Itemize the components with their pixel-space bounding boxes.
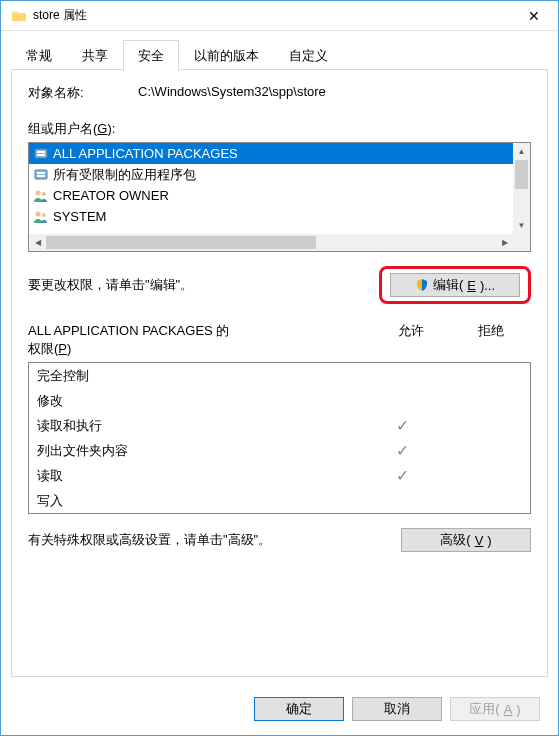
edit-hint-text: 要更改权限，请单击"编辑"。 — [28, 276, 379, 294]
permission-name: 读取和执行 — [37, 417, 362, 435]
properties-dialog: store 属性 ✕ 常规 共享 安全 以前的版本 自定义 对象名称: C:\W… — [0, 0, 559, 736]
list-item[interactable]: ALL APPLICATION PACKAGES — [29, 143, 530, 164]
list-item-label: ALL APPLICATION PACKAGES — [53, 146, 238, 161]
groups-listbox[interactable]: ALL APPLICATION PACKAGES所有受限制的应用程序包CREAT… — [28, 142, 531, 252]
package-icon — [33, 167, 49, 183]
svg-rect-5 — [37, 175, 45, 177]
ok-button[interactable]: 确定 — [254, 697, 344, 721]
list-item-label: CREATOR OWNER — [53, 188, 169, 203]
permissions-title-line2: 权限(P) — [28, 340, 371, 358]
svg-rect-4 — [37, 172, 45, 174]
col-deny: 拒绝 — [451, 322, 531, 358]
permission-name: 读取 — [37, 467, 362, 485]
tab-strip: 常规 共享 安全 以前的版本 自定义 — [1, 31, 558, 70]
vertical-scrollbar[interactable]: ▲ ▼ — [513, 143, 530, 234]
permission-name: 完全控制 — [37, 367, 362, 385]
permission-row: 完全控制 — [29, 363, 530, 388]
horizontal-scrollbar[interactable]: ◀ ▶ — [29, 234, 513, 251]
list-item[interactable]: CREATOR OWNER — [29, 185, 530, 206]
permission-row: 读取和执行✓ — [29, 413, 530, 438]
users-icon — [33, 188, 49, 204]
advanced-hint-text: 有关特殊权限或高级设置，请单击"高级"。 — [28, 531, 401, 549]
svg-rect-1 — [37, 151, 45, 153]
list-item[interactable]: 所有受限制的应用程序包 — [29, 164, 530, 185]
dialog-buttons: 确定 取消 应用(A) — [1, 687, 558, 735]
permission-name: 列出文件夹内容 — [37, 442, 362, 460]
col-allow: 允许 — [371, 322, 451, 358]
permissions-list: 完全控制修改读取和执行✓列出文件夹内容✓读取✓写入 — [28, 362, 531, 514]
list-item-label: 所有受限制的应用程序包 — [53, 166, 196, 184]
permission-row: 列出文件夹内容✓ — [29, 438, 530, 463]
tab-custom[interactable]: 自定义 — [274, 40, 343, 71]
svg-point-8 — [36, 211, 41, 216]
permissions-title-line1: ALL APPLICATION PACKAGES 的 — [28, 322, 371, 340]
permissions-header: ALL APPLICATION PACKAGES 的 权限(P) 允许 拒绝 — [28, 322, 531, 358]
users-icon — [33, 209, 49, 225]
tab-general[interactable]: 常规 — [11, 40, 67, 71]
allow-check-icon: ✓ — [362, 466, 442, 485]
svg-point-9 — [42, 213, 46, 217]
edit-button-highlight: 编辑(E)... — [379, 266, 531, 304]
svg-point-6 — [36, 190, 41, 195]
list-item[interactable]: SYSTEM — [29, 206, 530, 227]
tab-previous-versions[interactable]: 以前的版本 — [179, 40, 274, 71]
allow-check-icon: ✓ — [362, 441, 442, 460]
svg-rect-2 — [37, 154, 45, 156]
svg-rect-0 — [35, 149, 47, 158]
permission-row: 修改 — [29, 388, 530, 413]
edit-button[interactable]: 编辑(E)... — [390, 273, 520, 297]
shield-icon — [415, 278, 429, 292]
window-title: store 属性 — [33, 7, 514, 24]
tab-share[interactable]: 共享 — [67, 40, 123, 71]
titlebar: store 属性 ✕ — [1, 1, 558, 31]
scroll-right-icon[interactable]: ▶ — [496, 234, 513, 251]
scroll-down-icon[interactable]: ▼ — [513, 217, 530, 234]
permission-row: 读取✓ — [29, 463, 530, 488]
object-name-label: 对象名称: — [28, 84, 138, 102]
package-icon — [33, 146, 49, 162]
object-name-value: C:\Windows\System32\spp\store — [138, 84, 531, 102]
permission-name: 写入 — [37, 492, 362, 510]
svg-point-7 — [42, 192, 46, 196]
groups-label: 组或用户名(G): — [28, 120, 531, 138]
folder-icon — [11, 8, 27, 24]
edit-permissions-row: 要更改权限，请单击"编辑"。 编辑(E)... — [28, 266, 531, 304]
scroll-left-icon[interactable]: ◀ — [29, 234, 46, 251]
object-name-row: 对象名称: C:\Windows\System32\spp\store — [28, 84, 531, 102]
cancel-button[interactable]: 取消 — [352, 697, 442, 721]
tab-security[interactable]: 安全 — [123, 40, 179, 71]
advanced-button[interactable]: 高级(V) — [401, 528, 531, 552]
permission-name: 修改 — [37, 392, 362, 410]
permission-row: 写入 — [29, 488, 530, 513]
svg-rect-3 — [35, 170, 47, 179]
scroll-up-icon[interactable]: ▲ — [513, 143, 530, 160]
security-panel: 对象名称: C:\Windows\System32\spp\store 组或用户… — [11, 70, 548, 677]
advanced-row: 有关特殊权限或高级设置，请单击"高级"。 高级(V) — [28, 528, 531, 552]
close-button[interactable]: ✕ — [514, 2, 554, 30]
allow-check-icon: ✓ — [362, 416, 442, 435]
apply-button[interactable]: 应用(A) — [450, 697, 540, 721]
list-item-label: SYSTEM — [53, 209, 106, 224]
